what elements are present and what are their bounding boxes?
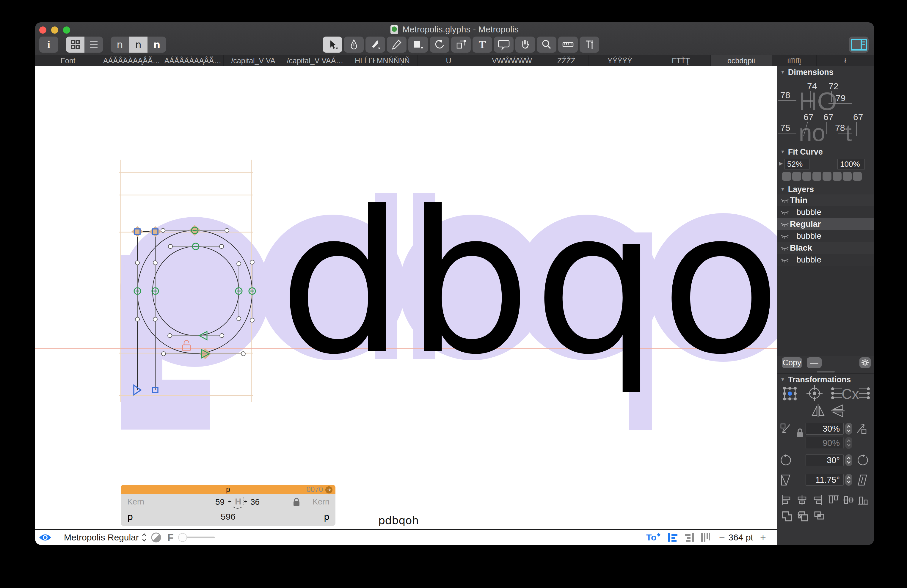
zoom-level-field[interactable]: 364 pt bbox=[728, 530, 753, 545]
transform-origin-point-button[interactable] bbox=[806, 385, 823, 402]
panel-resize-handle[interactable] bbox=[817, 371, 835, 372]
glyph-info-header[interactable]: p 0070 ➔ bbox=[121, 485, 335, 494]
align-center-vertical-button[interactable] bbox=[842, 494, 855, 506]
edit-canvas[interactable]: d b q o p 0070 ➔ Kern 59 H bbox=[35, 66, 777, 529]
fit-curve-step-3[interactable] bbox=[802, 172, 811, 181]
fit-curve-panel-header[interactable]: ▼ Fit Curve bbox=[777, 147, 874, 157]
glyph-d[interactable]: d bbox=[279, 185, 404, 381]
slant-field[interactable]: 11.75° bbox=[806, 474, 844, 486]
primitives-tool-button[interactable] bbox=[408, 37, 428, 53]
fit-curve-step-2[interactable] bbox=[792, 172, 801, 181]
scale-tool-button[interactable] bbox=[451, 37, 471, 53]
tab-lslash[interactable]: ł bbox=[817, 55, 874, 66]
scale-vertical-field[interactable]: 90% bbox=[806, 437, 844, 449]
closed-eye-icon[interactable] bbox=[780, 197, 790, 203]
subtract-paths-button[interactable] bbox=[797, 510, 811, 523]
measure-tool-button[interactable] bbox=[558, 37, 578, 53]
weight-black-button[interactable]: n bbox=[147, 37, 166, 53]
closed-eye-icon[interactable] bbox=[780, 221, 790, 228]
layer-row-thin-bubble[interactable]: bubble bbox=[777, 206, 874, 218]
grid-view-button[interactable] bbox=[66, 37, 85, 53]
layer-row-black[interactable]: Black bbox=[777, 242, 874, 254]
closed-eye-icon[interactable] bbox=[780, 245, 790, 251]
closed-eye-icon[interactable] bbox=[780, 209, 790, 216]
disclosure-triangle-icon[interactable]: ▼ bbox=[780, 70, 785, 75]
slant-left-icon[interactable] bbox=[780, 474, 792, 486]
glyph-q[interactable]: q bbox=[534, 185, 658, 381]
rotate-stepper[interactable] bbox=[845, 454, 852, 466]
proportional-lock-icon[interactable] bbox=[796, 428, 804, 438]
tab-capital-V-VAA[interactable]: /capital_V VAÁ… bbox=[283, 55, 347, 66]
fit-curve-step-6[interactable] bbox=[833, 172, 841, 181]
hand-tool-button[interactable] bbox=[515, 37, 535, 53]
font-info-button[interactable]: i bbox=[39, 37, 58, 53]
pencil-tool-button[interactable] bbox=[387, 37, 407, 53]
scale-vertical-stepper[interactable] bbox=[845, 437, 852, 449]
closed-eye-icon[interactable] bbox=[780, 233, 790, 239]
metrics-tool-button[interactable] bbox=[580, 37, 599, 53]
tab-i-group[interactable]: iíîïìĩį bbox=[772, 55, 817, 66]
select-tool-button[interactable] bbox=[323, 37, 342, 53]
disclosure-triangle-icon[interactable]: ▼ bbox=[780, 187, 785, 192]
tab-A-diacritics-2[interactable]: AÁĂÂÄÀĀĄÅÃ… bbox=[162, 55, 224, 66]
opacity-slider[interactable] bbox=[178, 530, 216, 545]
goto-unicode-button[interactable]: ➔ bbox=[325, 486, 332, 493]
kern-right-label[interactable]: Kern bbox=[312, 497, 330, 506]
align-center-horizontal-button[interactable] bbox=[796, 494, 808, 506]
tab-font[interactable]: Font bbox=[35, 55, 101, 66]
master-selector[interactable]: Metropolis Regular bbox=[64, 530, 147, 545]
knife-tool-button[interactable] bbox=[365, 37, 385, 53]
glyph-o[interactable]: o bbox=[661, 185, 777, 381]
scale-field[interactable]: 30% bbox=[806, 423, 844, 434]
flip-vertical-button[interactable] bbox=[830, 404, 845, 418]
contrast-toggle[interactable] bbox=[151, 530, 161, 545]
fit-curve-min-field[interactable]: 52% bbox=[785, 159, 809, 170]
left-sidebearing-value[interactable]: 59 bbox=[215, 497, 224, 507]
transformations-panel-header[interactable]: ▼ Transformations bbox=[777, 375, 874, 385]
kern-left-label[interactable]: Kern bbox=[127, 497, 144, 506]
scale-down-icon[interactable] bbox=[780, 423, 792, 434]
pen-tool-button[interactable] bbox=[344, 37, 364, 53]
layer-row-regular-bubble[interactable]: bubble bbox=[777, 230, 874, 242]
fit-curve-step-1[interactable] bbox=[782, 172, 791, 181]
tab-ocbdqpii[interactable]: ocbdqpii bbox=[711, 55, 772, 66]
layer-row-regular[interactable]: Regular bbox=[777, 218, 874, 230]
fit-curve-step-8[interactable] bbox=[853, 172, 862, 181]
closed-eye-icon[interactable] bbox=[780, 256, 790, 263]
rotate-cw-icon[interactable] bbox=[856, 454, 869, 467]
weight-regular-button[interactable]: n bbox=[129, 37, 147, 53]
rotate-field[interactable]: 30° bbox=[806, 454, 844, 466]
flip-horizontal-button[interactable] bbox=[811, 404, 825, 418]
sidebar-toggle-button[interactable] bbox=[849, 37, 869, 53]
list-view-button[interactable] bbox=[85, 37, 103, 53]
copy-layer-button[interactable]: Copy bbox=[782, 357, 802, 368]
layer-row-thin[interactable]: Thin bbox=[777, 194, 874, 206]
transform-origin-bbox-button[interactable] bbox=[782, 386, 798, 401]
layers-panel-header[interactable]: ▼ Layers bbox=[777, 184, 874, 194]
fit-curve-step-5[interactable] bbox=[822, 172, 832, 181]
fit-curve-step-4[interactable] bbox=[812, 172, 821, 181]
remove-layer-button[interactable]: — bbox=[807, 357, 822, 368]
intersect-paths-button[interactable] bbox=[813, 510, 827, 523]
scale-stepper[interactable] bbox=[845, 423, 852, 434]
weight-thin-button[interactable]: n bbox=[111, 37, 129, 53]
layer-settings-button[interactable] bbox=[859, 357, 871, 368]
kern-lock-icon[interactable] bbox=[293, 497, 300, 507]
text-preview-mode-button[interactable]: To bbox=[646, 530, 660, 545]
vertical-layout-button[interactable] bbox=[700, 530, 711, 545]
right-sidebearing-value[interactable]: 36 bbox=[250, 497, 260, 507]
tab-HL-group[interactable]: HLĹĽŁMNŃŇŅÑ bbox=[347, 55, 418, 66]
glyph-b[interactable]: b bbox=[406, 185, 531, 381]
align-right-button[interactable] bbox=[683, 530, 695, 545]
tab-Y-group[interactable]: YÝŶŸỲ bbox=[589, 55, 651, 66]
layer-row-black-bubble[interactable]: bubble bbox=[777, 254, 874, 266]
tab-U[interactable]: U bbox=[418, 55, 480, 66]
annotation-tool-button[interactable] bbox=[494, 37, 514, 53]
union-paths-button[interactable] bbox=[781, 510, 795, 523]
rotate-tool-button[interactable] bbox=[430, 37, 449, 53]
slant-right-icon[interactable] bbox=[856, 474, 869, 486]
disclosure-triangle-icon[interactable]: ▼ bbox=[780, 377, 785, 382]
zoom-tool-button[interactable] bbox=[537, 37, 556, 53]
fit-curve-step-7[interactable] bbox=[843, 172, 852, 181]
align-left-button[interactable] bbox=[667, 530, 679, 545]
